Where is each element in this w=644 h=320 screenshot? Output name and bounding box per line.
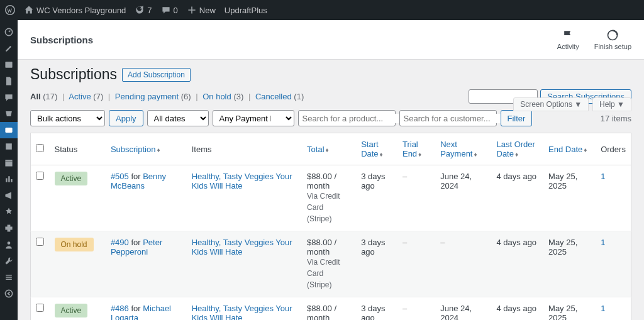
new-content-link[interactable]: New bbox=[187, 5, 216, 15]
subscription-id-link[interactable]: #490 bbox=[111, 238, 129, 247]
end-date: May 25, 2025 bbox=[543, 297, 596, 321]
filter-button[interactable]: Filter bbox=[501, 110, 533, 126]
sidebar-woocommerce[interactable] bbox=[0, 106, 18, 122]
last-order-date: 4 days ago bbox=[492, 297, 544, 321]
next-payment: – bbox=[435, 231, 491, 297]
items-link[interactable]: Healthy, Tasty Veggies Your Kids Will Ha… bbox=[192, 304, 292, 320]
svg-rect-4 bbox=[6, 143, 12, 150]
for-text: for bbox=[129, 304, 143, 313]
sidebar-pages[interactable] bbox=[0, 73, 18, 89]
subscription-id-link[interactable]: #505 bbox=[111, 172, 129, 181]
row-checkbox[interactable] bbox=[36, 238, 44, 246]
apply-button[interactable]: Apply bbox=[109, 110, 143, 126]
progress-icon bbox=[606, 29, 619, 41]
view-active-count: (7) bbox=[93, 92, 103, 101]
col-end-date[interactable]: End Date♦ bbox=[548, 145, 587, 154]
payment-method-select[interactable]: Any Payment Method bbox=[213, 110, 294, 126]
status-views: All (17) | Active (7) | Pending payment … bbox=[30, 92, 304, 101]
last-order-date: 4 days ago bbox=[492, 231, 544, 297]
wp-logo-icon[interactable] bbox=[5, 5, 15, 15]
svg-point-6 bbox=[8, 241, 11, 245]
admin-sidebar bbox=[0, 20, 18, 320]
start-date: 3 days ago bbox=[356, 297, 397, 321]
row-checkbox[interactable] bbox=[36, 304, 44, 312]
select-all-checkbox[interactable] bbox=[36, 144, 44, 152]
finish-setup-button[interactable]: Finish setup bbox=[594, 29, 631, 50]
view-all[interactable]: All bbox=[30, 92, 41, 101]
view-pending-count: (6) bbox=[181, 92, 191, 101]
subscription-id-link[interactable]: #486 bbox=[111, 304, 129, 313]
sidebar-collapse[interactable] bbox=[0, 285, 18, 302]
sidebar-posts[interactable] bbox=[0, 40, 18, 57]
activity-button[interactable]: Activity bbox=[557, 29, 579, 50]
for-text: for bbox=[129, 238, 143, 247]
sidebar-media[interactable] bbox=[0, 57, 18, 73]
sidebar-analytics[interactable] bbox=[0, 171, 18, 187]
view-cancelled-count: (1) bbox=[294, 92, 304, 101]
table-row: Active#486 for Michael LogartaHealthy, T… bbox=[31, 297, 631, 321]
start-date: 3 days ago bbox=[356, 231, 397, 297]
start-date: 3 days ago bbox=[356, 165, 397, 231]
bulk-actions-select[interactable]: Bulk actions bbox=[30, 110, 105, 126]
col-last-order-date[interactable]: Last Order Date♦ bbox=[497, 140, 535, 158]
customer-search-combo[interactable]: ▼ bbox=[399, 110, 497, 126]
sidebar-dashboard[interactable] bbox=[0, 24, 18, 40]
view-hold-count: (3) bbox=[233, 92, 243, 101]
payment-via: Via Credit Card (Stripe) bbox=[307, 258, 340, 289]
finish-setup-label: Finish setup bbox=[594, 43, 631, 50]
end-date: May 25, 2025 bbox=[543, 165, 596, 231]
screen-options-button[interactable]: Screen Options ▼ bbox=[513, 97, 589, 111]
row-checkbox[interactable] bbox=[36, 172, 44, 180]
sidebar-appearance[interactable] bbox=[0, 204, 18, 220]
product-search-combo[interactable]: ▼ bbox=[298, 110, 396, 126]
for-text: for bbox=[129, 172, 143, 181]
view-on-hold[interactable]: On hold bbox=[203, 92, 231, 101]
col-next-payment[interactable]: Next Payment♦ bbox=[440, 140, 477, 158]
item-count: 17 items bbox=[601, 114, 631, 123]
sidebar-comments[interactable] bbox=[0, 89, 18, 106]
end-date: May 25, 2025 bbox=[543, 231, 596, 297]
col-orders: Orders bbox=[596, 133, 631, 165]
product-search-input[interactable] bbox=[303, 114, 408, 123]
items-link[interactable]: Healthy, Tasty Veggies Your Kids Will Ha… bbox=[192, 238, 292, 257]
orders-link[interactable]: 1 bbox=[601, 304, 605, 313]
svg-rect-5 bbox=[5, 160, 12, 166]
svg-rect-2 bbox=[5, 62, 12, 68]
sidebar-products[interactable] bbox=[0, 138, 18, 155]
col-total[interactable]: Total♦ bbox=[307, 145, 329, 154]
help-button[interactable]: Help ▼ bbox=[592, 97, 631, 111]
col-start-date[interactable]: Start Date♦ bbox=[361, 140, 383, 158]
flag-icon bbox=[562, 29, 574, 41]
table-row: On hold#490 for Peter PepperoniHealthy, … bbox=[31, 231, 631, 297]
sidebar-tools[interactable] bbox=[0, 253, 18, 269]
view-active[interactable]: Active bbox=[69, 92, 91, 101]
site-name-link[interactable]: WC Vendors Playground bbox=[24, 5, 126, 15]
payment-via: Via Credit Card (Stripe) bbox=[307, 192, 340, 223]
col-trial-end[interactable]: Trial End♦ bbox=[402, 140, 421, 158]
trial-end: – bbox=[397, 165, 435, 231]
col-subscription[interactable]: Subscription♦ bbox=[111, 145, 160, 154]
updates-link[interactable]: 7 bbox=[135, 5, 152, 15]
view-cancelled[interactable]: Cancelled bbox=[255, 92, 292, 101]
orders-link[interactable]: 1 bbox=[601, 238, 605, 247]
sidebar-calendar[interactable] bbox=[0, 155, 18, 171]
sidebar-settings[interactable] bbox=[0, 269, 18, 285]
sidebar-users[interactable] bbox=[0, 236, 18, 253]
add-subscription-button[interactable]: Add Subscription bbox=[122, 68, 191, 82]
sidebar-plugins[interactable] bbox=[0, 220, 18, 236]
customer-search-input[interactable] bbox=[404, 114, 509, 123]
items-link[interactable]: Healthy, Tasty Veggies Your Kids Will Ha… bbox=[192, 172, 292, 190]
activity-label: Activity bbox=[557, 43, 579, 50]
orders-link[interactable]: 1 bbox=[601, 172, 605, 181]
updraftplus-link[interactable]: UpdraftPlus bbox=[225, 6, 267, 15]
comments-count: 0 bbox=[174, 6, 178, 15]
comments-link[interactable]: 0 bbox=[161, 5, 178, 15]
status-badge: On hold bbox=[55, 238, 94, 251]
sidebar-marketing[interactable] bbox=[0, 187, 18, 204]
view-pending[interactable]: Pending payment bbox=[115, 92, 179, 101]
header-title: Subscriptions bbox=[30, 35, 93, 45]
updraftplus-text: UpdraftPlus bbox=[225, 6, 267, 15]
dates-select[interactable]: All dates bbox=[147, 110, 209, 126]
trial-end: – bbox=[397, 231, 435, 297]
sidebar-subscriptions[interactable] bbox=[0, 122, 18, 138]
